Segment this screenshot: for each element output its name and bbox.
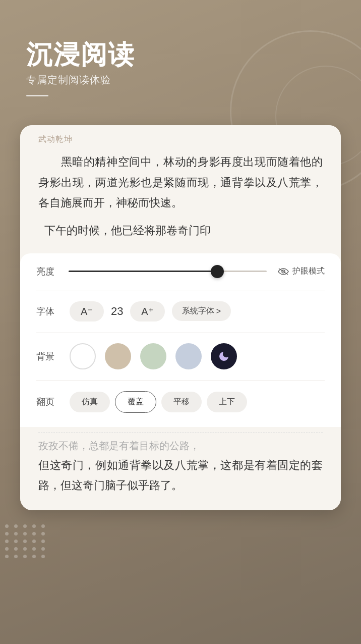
indent2 <box>38 224 44 237</box>
brightness-thumb[interactable] <box>211 265 224 278</box>
bg-option-blue[interactable] <box>175 343 202 369</box>
settings-panel: 亮度 护眼模式 字体 A⁻ 23 <box>20 253 341 427</box>
font-size-value: 23 <box>109 305 125 318</box>
main-card: 武动乾坤 黑暗的精神空间中，林动的身影再度出现而随着他的身影出现，两道光影也是紧… <box>20 125 341 510</box>
bg-option-tan[interactable] <box>105 343 131 369</box>
font-label: 字体 <box>36 305 63 317</box>
background-row: 背景 <box>36 343 325 369</box>
eye-mode-toggle[interactable]: 护眼模式 <box>278 266 325 277</box>
book-title: 武动乾坤 <box>38 134 323 145</box>
reading-area-top: 武动乾坤 黑暗的精神空间中，林动的身影再度出现而随着他的身影出现，两道光影也是紧… <box>20 125 341 253</box>
reading-paragraph-3-partial: 孜孜不倦，总都是有着目标的公路， <box>38 432 323 455</box>
reading-paragraph-2: 下午的时候，他已经将那卷奇门印 <box>38 221 323 241</box>
bg-dot-grid <box>5 524 46 558</box>
divider-1 <box>36 291 325 291</box>
header: 沉浸阅读 专属定制阅读体验 <box>26 40 135 96</box>
reading-paragraph-1: 黑暗的精神空间中，林动的身影再度出现而随着他的身影出现，两道光影也是紧随而现，通… <box>38 152 323 213</box>
bg-options <box>70 343 237 369</box>
font-row: 字体 A⁻ 23 A⁺ 系统字体 > <box>36 301 325 321</box>
eye-icon <box>278 267 289 276</box>
header-divider <box>26 95 48 96</box>
brightness-row: 亮度 护眼模式 <box>36 265 325 278</box>
turn-cover-button[interactable]: 覆盖 <box>115 391 156 413</box>
turn-options: 仿真 覆盖 平移 上下 <box>70 391 247 413</box>
bg-option-white[interactable] <box>70 343 96 369</box>
eye-mode-label: 护眼模式 <box>292 266 325 277</box>
divider-2 <box>36 333 325 333</box>
brightness-slider[interactable] <box>69 271 267 272</box>
brightness-fill <box>69 271 217 272</box>
reading-paragraph-3: 但这奇门，例如通背拳以及八荒掌，这都是有着固定的套路，但这奇门脑子似乎路了。 <box>38 455 323 496</box>
bg-option-green[interactable] <box>140 343 166 369</box>
reading-area-bottom: 孜孜不倦，总都是有着目标的公路， 但这奇门，例如通背拳以及八荒掌，这都是有着固定… <box>20 427 341 510</box>
divider-3 <box>36 381 325 381</box>
font-increase-button[interactable]: A⁺ <box>130 301 164 321</box>
font-controls: A⁻ 23 A⁺ <box>70 301 165 321</box>
font-type-label: 系统字体 <box>182 306 214 316</box>
turn-vertical-button[interactable]: 上下 <box>207 392 247 412</box>
bg-label: 背景 <box>36 350 63 362</box>
indent <box>38 152 61 173</box>
turn-label: 翻页 <box>36 396 63 408</box>
brightness-label: 亮度 <box>36 265 63 278</box>
moon-icon <box>218 350 230 362</box>
page-turn-row: 翻页 仿真 覆盖 平移 上下 <box>36 391 325 413</box>
header-subtitle: 专属定制阅读体验 <box>26 73 135 87</box>
bg-option-dark[interactable] <box>211 343 237 369</box>
font-decrease-button[interactable]: A⁻ <box>70 301 104 321</box>
chevron-right-icon: > <box>216 307 221 316</box>
header-title: 沉浸阅读 <box>26 40 135 69</box>
font-type-button[interactable]: 系统字体 > <box>172 301 231 321</box>
turn-simulation-button[interactable]: 仿真 <box>70 392 110 412</box>
turn-slide-button[interactable]: 平移 <box>161 392 202 412</box>
